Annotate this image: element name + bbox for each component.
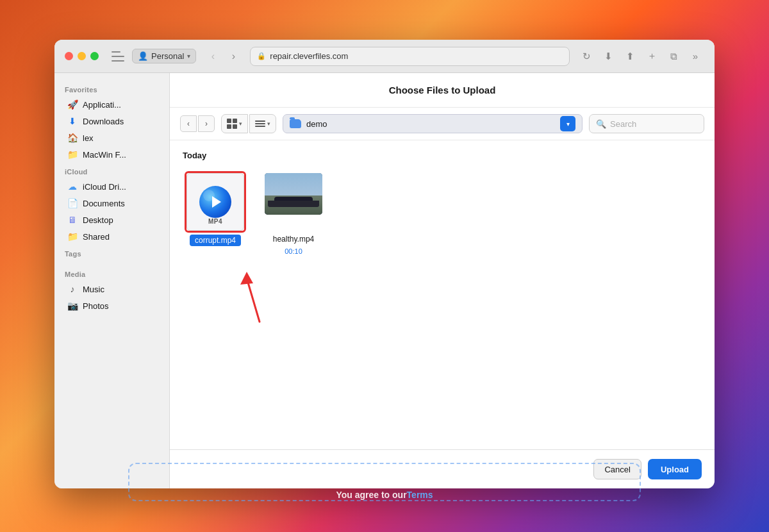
downloads-icon: ⬇ (67, 116, 78, 126)
toggle-line (112, 56, 124, 57)
sidebar-item-photos[interactable]: 📷 Photos (57, 297, 167, 314)
list-chevron: ▾ (267, 121, 270, 127)
traffic-light-minimize[interactable] (78, 52, 86, 60)
sidebar-item-music[interactable]: ♪ Music (57, 281, 167, 297)
sidebar-item-macwinf[interactable]: 📁 MacWin F... (57, 146, 167, 163)
media-section-title: Media (54, 265, 169, 281)
finder-sidebar: Favorites 🚀 Applicati... ⬇ Downloads 🏠 l… (54, 73, 170, 488)
terms-bar: You agree to our Terms (0, 490, 769, 500)
traffic-lights (65, 52, 99, 60)
toolbar-forward-button[interactable]: › (198, 115, 215, 132)
lock-icon: 🔒 (257, 52, 266, 60)
icloud-section-title: iCloud (54, 163, 169, 178)
annotation-arrow-svg (221, 265, 298, 323)
sidebar-item-label: lex (83, 133, 94, 143)
thumb-dashboard (268, 201, 319, 207)
search-bar[interactable]: 🔍 Search (589, 114, 704, 133)
sidebar-item-lex[interactable]: 🏠 lex (57, 129, 167, 146)
traffic-light-maximize[interactable] (90, 52, 99, 60)
video-thumb-content (265, 173, 322, 215)
location-text: demo (306, 119, 327, 129)
sidebar-item-label: Documents (83, 199, 125, 208)
section-title-today: Today (183, 151, 702, 160)
sidebar-item-label: Shared (83, 232, 110, 242)
file-dialog: Choose Files to Upload ‹ › ▾ (170, 73, 715, 488)
terms-link[interactable]: Terms (407, 490, 433, 500)
sidebar-item-label: Music (83, 285, 104, 294)
more-button[interactable]: » (686, 47, 704, 65)
share-button[interactable]: ⬆ (621, 47, 639, 65)
location-bar[interactable]: demo ▾ (283, 114, 583, 133)
favorites-section-title: Favorites (54, 81, 169, 96)
sidebar-item-label: MacWin F... (83, 150, 126, 160)
browser-window: 👤 Personal ▾ ‹ › 🔒 repair.cleverfiles.co… (54, 40, 715, 488)
file-browser-area: Today MP4 corrupt.mp4 (170, 140, 715, 449)
applications-icon: 🚀 (67, 99, 78, 110)
grid-view-button[interactable]: ▾ (221, 114, 248, 133)
forward-button[interactable]: › (224, 47, 242, 65)
music-icon: ♪ (67, 284, 78, 294)
search-icon: 🔍 (596, 119, 606, 129)
browser-controls: ↻ ⬇ ⬆ ＋ ⧉ » (577, 47, 704, 65)
file-grid: MP4 corrupt.mp4 (183, 169, 702, 259)
folder-icon: 📁 (67, 149, 78, 160)
toolbar-nav: ‹ › (180, 115, 215, 132)
sidebar-item-applications[interactable]: 🚀 Applicati... (57, 96, 167, 113)
tags-section-title: Tags (54, 245, 169, 260)
view-chevron: ▾ (239, 121, 242, 127)
mp4-type-label: MP4 (208, 218, 222, 225)
file-name: healthy.mp4 (273, 235, 314, 244)
tab-overview-button[interactable]: ⧉ (665, 47, 682, 65)
documents-icon: 📄 (67, 198, 78, 208)
nav-arrows: ‹ › (204, 47, 242, 65)
list-view-icon (255, 121, 265, 127)
sidebar-item-label: Downloads (83, 117, 124, 126)
shared-icon: 📁 (67, 231, 78, 242)
sidebar-item-downloads[interactable]: ⬇ Downloads (57, 113, 167, 129)
url-text: repair.cleverfiles.com (270, 51, 348, 61)
sidebar-toggle-btn[interactable] (112, 51, 124, 62)
browser-chrome: 👤 Personal ▾ ‹ › 🔒 repair.cleverfiles.co… (54, 40, 715, 73)
dialog-title: Choose Files to Upload (170, 73, 715, 108)
search-placeholder: Search (610, 119, 636, 129)
icloud-icon: ☁ (67, 181, 78, 192)
desktop-icon: 🖥 (67, 215, 78, 225)
file-item-corrupt[interactable]: MP4 corrupt.mp4 (183, 169, 248, 259)
sidebar-item-icloud-drive[interactable]: ☁ iCloud Dri... (57, 178, 167, 195)
location-dropdown-btn[interactable]: ▾ (560, 116, 575, 131)
reload-button[interactable]: ↻ (577, 47, 595, 65)
mp4-file-icon: MP4 (186, 173, 244, 231)
arrow-annotation (221, 265, 298, 323)
sidebar-item-label: Photos (83, 301, 108, 311)
list-view-button[interactable]: ▾ (249, 114, 276, 133)
file-name-selected: corrupt.mp4 (190, 235, 241, 246)
dialog-toolbar: ‹ › ▾ (170, 108, 715, 140)
sidebar-item-shared[interactable]: 📁 Shared (57, 228, 167, 245)
upload-button[interactable]: Upload (648, 459, 702, 479)
chevron-down-icon: ▾ (187, 53, 190, 60)
traffic-light-close[interactable] (65, 52, 73, 60)
file-item-healthy[interactable]: healthy.mp4 00:10 (261, 169, 326, 259)
file-duration: 00:10 (285, 247, 302, 255)
file-icon-wrapper-healthy (265, 173, 322, 231)
toggle-line (112, 60, 124, 62)
sidebar-item-documents[interactable]: 📄 Documents (57, 195, 167, 212)
svg-line-0 (247, 278, 260, 322)
mp4-play-icon (199, 186, 231, 218)
folder-location-icon (290, 119, 301, 128)
back-button[interactable]: ‹ (204, 47, 222, 65)
sidebar-item-label: iCloud Dri... (83, 182, 126, 192)
view-buttons: ▾ ▾ (221, 114, 276, 133)
profile-label: Personal (151, 51, 184, 61)
download-button[interactable]: ⬇ (599, 47, 617, 65)
toggle-line (112, 51, 120, 53)
browser-content: Favorites 🚀 Applicati... ⬇ Downloads 🏠 l… (54, 73, 715, 488)
toolbar-back-button[interactable]: ‹ (180, 115, 197, 132)
sidebar-item-desktop[interactable]: 🖥 Desktop (57, 212, 167, 228)
new-tab-button[interactable]: ＋ (643, 47, 661, 65)
profile-button[interactable]: 👤 Personal ▾ (132, 49, 196, 63)
profile-icon: 👤 (138, 51, 148, 61)
photos-icon: 📷 (67, 301, 78, 311)
sidebar-item-label: Applicati... (83, 100, 121, 110)
file-icon-wrapper-corrupt: MP4 (186, 173, 244, 231)
